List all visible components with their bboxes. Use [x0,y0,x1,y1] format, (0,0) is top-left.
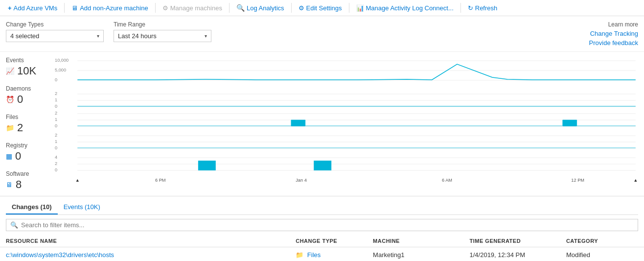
daemons-label: Daemons [6,85,50,92]
svg-text:▲: ▲ [633,178,638,183]
time-range-label: Time Range [114,21,211,28]
svg-text:2: 2 [55,91,57,96]
add-azure-vms-label: Add Azure VMs [14,4,58,12]
cell-time-generated: 1/4/2019, 12:34 PM [464,247,560,261]
change-types-filter: Change Types 4 selected ▾ [6,21,104,42]
col-change-type: CHANGE TYPE [290,235,367,247]
svg-rect-18 [291,120,305,126]
chart-icon: 📈 [6,67,14,75]
manage-machines-button: ⚙ Manage machines [159,2,226,14]
cell-resource-name: c:\windows\system32\drivers\etc\hosts [0,247,290,261]
svg-text:▲: ▲ [75,178,80,183]
chart-area: 10,000 5,000 0 2 1 0 2 1 0 [55,57,638,191]
svg-text:5,000: 5,000 [55,68,66,72]
registry-value: 0 [15,150,21,163]
provide-feedback-link[interactable]: Provide feedback [589,39,638,47]
time-range-filter: Time Range Last 24 hours ▾ [114,21,211,42]
search-lens-icon: 🔍 [236,4,245,12]
log-analytics-label: Log Analytics [247,4,284,12]
svg-rect-19 [563,120,577,126]
activity-icon: 📊 [356,4,364,12]
svg-text:2: 2 [55,133,57,138]
tab-events[interactable]: Events (10K) [58,200,106,214]
add-non-azure-label: Add non-Azure machine [80,4,148,12]
svg-text:4: 4 [55,155,57,160]
daemon-icon: ⏰ [6,95,14,103]
software-label: Software [6,170,50,177]
search-input[interactable] [21,221,634,229]
file-type-icon: 📁 [296,251,303,259]
svg-rect-32 [198,161,216,170]
time-range-select[interactable]: Last 24 hours ▾ [114,30,211,42]
files-label: Files [6,114,50,120]
filter-bar: Change Types 4 selected ▾ Time Range Las… [0,16,644,52]
svg-text:0: 0 [55,123,57,128]
chevron-down-icon: ▾ [97,33,99,39]
tab-changes[interactable]: Changes (10) [6,200,58,214]
registry-icon: ▦ [6,152,12,160]
software-icon: 🖥 [6,181,13,189]
change-tracking-link[interactable]: Change Tracking [590,30,638,37]
svg-text:1: 1 [55,117,57,122]
files-stat: Files 📁 2 [6,114,50,134]
file-icon: 📁 [6,124,14,132]
machines-icon: ⚙ [162,4,168,12]
files-value: 2 [17,121,23,134]
software-value: 8 [16,178,22,191]
svg-text:0: 0 [55,104,57,109]
events-stat: Events 📈 10K [6,57,50,77]
svg-text:0: 0 [55,145,57,150]
table-row[interactable]: c:\windows\system32\drivers\etc\hosts 📁 … [0,247,644,261]
svg-text:1: 1 [55,139,57,144]
change-types-value: 4 selected [10,32,39,40]
manage-activity-label: Manage Activity Log Connect... [366,4,454,12]
change-types-select[interactable]: 4 selected ▾ [6,30,104,42]
col-machine: MACHINE [367,235,463,247]
computer-icon: 🖥 [71,4,78,12]
col-category: CATEGORY [560,235,644,247]
data-table: RESOURCE NAME CHANGE TYPE MACHINE TIME G… [0,235,644,261]
add-azure-vms-button[interactable]: + Add Azure VMs [4,2,61,14]
learn-more-label: Learn more [608,21,638,28]
refresh-label: Refresh [475,4,498,12]
col-resource-name: RESOURCE NAME [0,235,290,247]
change-types-label: Change Types [6,21,104,28]
plus-icon: + [8,4,12,12]
gear-icon: ⚙ [299,4,304,12]
time-range-value: Last 24 hours [118,32,157,40]
table-header-row: RESOURCE NAME CHANGE TYPE MACHINE TIME G… [0,235,644,247]
divider [349,3,349,13]
registry-stat: Registry ▦ 0 [6,142,50,163]
manage-machines-label: Manage machines [170,4,222,12]
add-non-azure-button[interactable]: 🖥 Add non-Azure machine [68,2,152,14]
toolbar: + Add Azure VMs 🖥 Add non-Azure machine … [0,0,644,16]
learn-more-section: Learn more Change Tracking Provide feedb… [589,21,638,47]
events-label: Events [6,57,50,64]
cell-machine: Marketing1 [367,247,463,261]
stats-panel: Events 📈 10K Daemons ⏰ 0 Files 📁 2 Regis… [6,57,50,191]
tabs-section: Changes (10) Events (10K) [0,196,644,215]
chevron-down-icon: ▾ [205,33,207,39]
log-analytics-button[interactable]: 🔍 Log Analytics [232,2,288,14]
divider [460,3,461,13]
divider [64,3,65,13]
daemons-value: 0 [17,93,23,106]
col-time-generated: TIME GENERATED [464,235,560,247]
tabs: Changes (10) Events (10K) [6,200,638,215]
svg-text:0: 0 [55,167,57,172]
svg-text:1: 1 [55,97,57,102]
svg-text:12 PM: 12 PM [571,178,584,183]
manage-activity-button[interactable]: 📊 Manage Activity Log Connect... [352,2,458,14]
svg-text:6 PM: 6 PM [155,178,166,183]
registry-label: Registry [6,142,50,149]
edit-settings-button[interactable]: ⚙ Edit Settings [295,2,346,14]
divider [229,3,230,13]
edit-settings-label: Edit Settings [306,4,342,12]
search-bar: 🔍 [6,219,638,231]
software-stat: Software 🖥 8 [6,170,50,191]
svg-text:10,000: 10,000 [55,58,69,63]
main-content: Events 📈 10K Daemons ⏰ 0 Files 📁 2 Regis… [0,52,644,196]
divider [291,3,292,13]
refresh-button[interactable]: ↻ Refresh [464,2,502,14]
svg-text:0: 0 [55,77,57,82]
